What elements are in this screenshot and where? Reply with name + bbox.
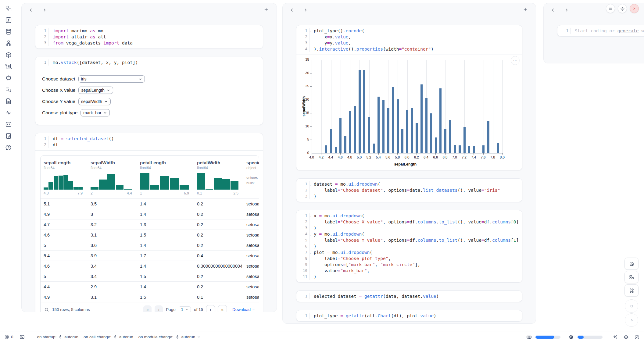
histogram-bar	[140, 173, 149, 190]
column-forward-button[interactable]	[42, 7, 47, 13]
code-editor[interactable]: 1selected_dataset = getattr(data, datase…	[296, 291, 522, 302]
column-header-petalLength[interactable]: petalLengthfloat6416.9	[140, 160, 197, 198]
add-cell-button[interactable]	[264, 7, 270, 13]
dropdown-select[interactable]: sepalLength	[78, 87, 113, 94]
code-text: from vega_datasets import data	[48, 40, 263, 46]
download-button[interactable]: Download	[232, 307, 255, 312]
code-editor[interactable]: 1mo.vstack([dataset, x, y, plot])	[35, 57, 263, 68]
line-number: 1	[35, 59, 48, 66]
rail-icon-script-icon[interactable]	[5, 63, 12, 70]
page-label: Page	[166, 307, 176, 312]
column-header-sepalLength[interactable]: sepalLengthfloat644.37.9	[44, 160, 91, 198]
x-tick-mark	[321, 153, 321, 155]
line-number: 5	[296, 237, 309, 243]
save-button[interactable]	[624, 258, 639, 270]
line-number: 1⌄	[296, 181, 309, 187]
column-forward-button[interactable]	[303, 7, 308, 13]
add-cell-button[interactable]	[523, 7, 529, 13]
column-3-header	[544, 3, 644, 17]
code-text: options=["mark_bar", "mark_circle"],	[309, 262, 522, 268]
line-number: 2	[296, 187, 309, 193]
divider	[81, 334, 81, 340]
dropdown-label: Choose Y value	[42, 99, 75, 104]
check-circle-icon[interactable]	[634, 334, 640, 340]
code-editor[interactable]: 1⌄dataset = mo.ui.dropdown(2 label="Choo…	[296, 179, 522, 202]
chart-bar	[449, 120, 451, 153]
rail-icon-scratchpad-icon[interactable]	[5, 132, 12, 140]
table-row: 5.43.91.70.4setosa	[41, 250, 259, 261]
error-panel-toggle[interactable]: 0	[4, 334, 13, 340]
column-header-petalWidth[interactable]: petalWidthfloat640.12.5	[197, 160, 246, 198]
dropdown-select[interactable]: iris	[78, 75, 145, 83]
fold-chevron-icon[interactable]: ⌄	[309, 213, 311, 219]
rail-icon-search-list-icon[interactable]	[5, 86, 12, 93]
code-text: )	[309, 193, 522, 199]
rail-icon-document-icon[interactable]	[5, 98, 12, 105]
close-button[interactable]	[630, 4, 639, 13]
column-header-sepalWidth[interactable]: sepalWidthfloat6424.4	[91, 160, 140, 198]
rail-icon-function-square-icon[interactable]	[5, 16, 12, 24]
layout-button[interactable]	[624, 271, 639, 283]
column-back-button[interactable]	[289, 7, 295, 13]
terminal-button[interactable]	[20, 334, 25, 340]
page-select[interactable]: 1	[179, 306, 191, 312]
column-back-button[interactable]	[550, 7, 556, 13]
chart-output: ⋯ sepalWidth sepalLength 051015202530354…	[296, 55, 522, 170]
code-placeholder[interactable]: Start coding or generate with AI	[570, 28, 644, 34]
prev-page-button[interactable]: ‹	[155, 305, 163, 312]
x-tick-mark	[483, 153, 484, 155]
runtime-mode-startup[interactable]: on startup:autorun	[37, 335, 79, 339]
fold-chevron-icon[interactable]: ⌄	[309, 232, 311, 238]
dropdown-select[interactable]: sepalWidth	[78, 98, 111, 105]
runtime-mode-cell-change[interactable]: on cell change:autorun	[84, 335, 133, 339]
chart-bar	[444, 129, 446, 153]
stop-button[interactable]	[625, 299, 638, 313]
line-number: 1	[557, 28, 570, 34]
rail-icon-database-icon[interactable]	[5, 28, 12, 35]
run-button[interactable]	[625, 313, 638, 327]
rail-icon-sitemap-icon[interactable]	[5, 40, 12, 47]
rail-icon-activity-icon[interactable]	[5, 109, 12, 116]
generate-with-ai-link[interactable]: generate	[617, 28, 639, 33]
code-editor[interactable]: 1⌄plot_type().encode(2 x=x.value,3 y=y.v…	[296, 25, 522, 55]
menu-button[interactable]	[606, 4, 615, 13]
table-cell: setosa	[246, 222, 259, 227]
chart-menu-button[interactable]: ⋯	[511, 56, 520, 65]
copilot-icon[interactable]	[623, 334, 629, 340]
table-search-icon[interactable]	[44, 307, 49, 312]
rail-icon-chat-bot-icon[interactable]	[5, 74, 12, 82]
line-number: 4	[296, 46, 309, 52]
table-cell: 1.4	[140, 284, 197, 289]
range-min: 0.1	[197, 191, 202, 195]
column-histogram	[44, 173, 83, 190]
rail-icon-code-block-icon[interactable]	[5, 121, 12, 128]
empty-code-cell[interactable]: 1 Start coding or generate with AI	[557, 25, 644, 37]
last-page-button[interactable]: »	[218, 305, 227, 312]
code-editor[interactable]: 1import marimo as mo2import altair as al…	[35, 25, 263, 48]
line-number: 3	[35, 40, 48, 46]
fold-chevron-icon[interactable]: ⌄	[309, 28, 311, 34]
table-cell: 1.4	[140, 264, 197, 269]
next-page-button[interactable]: ›	[206, 305, 215, 312]
dropdown-select[interactable]: mark_bar	[80, 109, 110, 116]
column-forward-button[interactable]	[564, 7, 569, 13]
table-cell: 1.5	[140, 295, 197, 300]
code-editor[interactable]: 1plot_type = getattr(alt.Chart(df), plot…	[296, 310, 522, 321]
first-page-button[interactable]: «	[143, 305, 152, 312]
rail-icon-package-icon[interactable]	[5, 51, 12, 59]
line-number: 1⌄	[296, 28, 309, 34]
table-cell: 2.9	[91, 284, 140, 289]
fold-chevron-icon[interactable]: ⌄	[309, 182, 311, 188]
rail-icon-workflow-icon[interactable]	[5, 5, 12, 12]
column-header-species[interactable]: speciesobjectunique:nulls:	[246, 160, 259, 198]
code-editor[interactable]: 1df = selected_dataset()2df	[35, 133, 263, 150]
rail-icon-help-circle-icon[interactable]	[5, 144, 12, 151]
runtime-mode-module-change[interactable]: on module change:autorun	[138, 335, 201, 339]
keyboard-shortcuts-button[interactable]	[624, 284, 639, 297]
fold-chevron-icon[interactable]: ⌄	[309, 250, 311, 256]
dropdown-value: iris	[81, 77, 87, 81]
column-back-button[interactable]	[28, 7, 34, 13]
sparkles-icon[interactable]	[612, 334, 618, 340]
settings-button[interactable]	[618, 4, 627, 13]
code-editor[interactable]: 1⌄x = mo.ui.dropdown(2 label="Choose X v…	[296, 210, 522, 282]
